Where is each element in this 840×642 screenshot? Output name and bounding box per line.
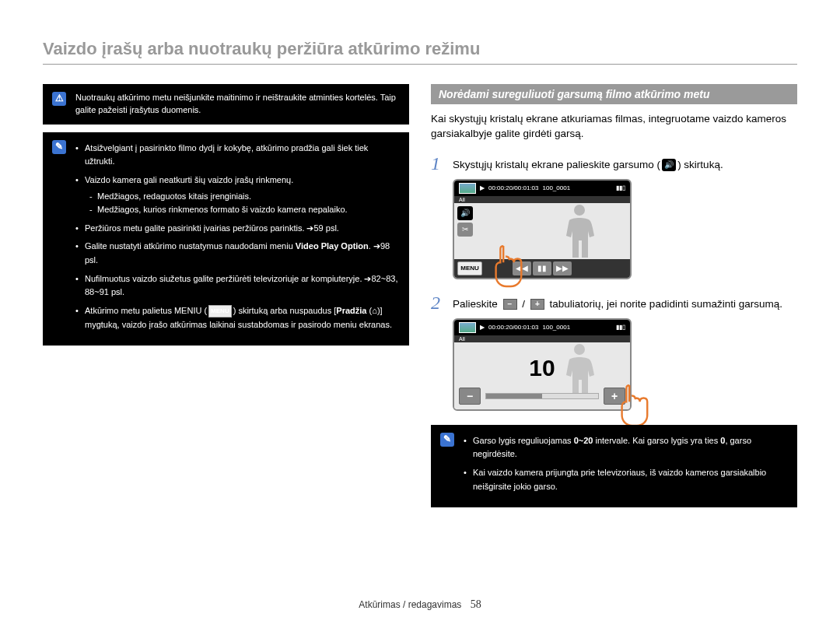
step-1: 1 Skystųjų kristalų ekrane palieskite ga…	[431, 154, 797, 173]
columns: ⚠ Nuotraukų atkūrimo metu neišjunkite ma…	[43, 84, 797, 507]
note-bold: Video Play Option	[296, 241, 369, 251]
section-heading: Norėdami sureguliuoti garsumą filmo atkū…	[431, 84, 797, 104]
note-text: (	[367, 306, 373, 315]
crop-button[interactable]: ✂	[457, 223, 473, 237]
volume-bar[interactable]	[485, 393, 599, 399]
right-column: Norėdami sureguliuoti garsumą filmo atkū…	[431, 84, 797, 507]
note-text: ) skirtuką arba nuspaudus [	[233, 306, 337, 315]
volume-down-button[interactable]: −	[459, 388, 481, 405]
lcd-preview-1: ▶ 00:00:20/00:01:03 100_0001 ▮▮▯ All 🔊 ✂…	[453, 179, 632, 279]
minus-icon: −	[503, 299, 517, 310]
step-text: Skystųjų kristalų ekrane palieskite gars…	[453, 154, 723, 173]
step-2: 2 Palieskite − / + tabuliatorių, jei nor…	[431, 293, 797, 312]
footer: Atkūrimas / redagavimas 58	[0, 598, 840, 611]
page-number: 58	[471, 598, 481, 610]
lcd-play-icon: ▶	[480, 324, 485, 331]
side-buttons: 🔊 ✂	[457, 206, 473, 237]
note-text: Vaizdo kamera gali neatkurti šių vaizdo …	[85, 175, 293, 184]
fastforward-button[interactable]: ▶▶	[553, 261, 572, 275]
note-item: Atsižvelgiant į pasirinkto filmo dydį ir…	[75, 142, 398, 169]
info-icon: ✎	[52, 140, 66, 154]
step-number: 1	[431, 154, 445, 173]
volume-value: 10	[529, 355, 555, 381]
thumbnail-icon	[459, 322, 476, 333]
note-text: intervale. Kai garso lygis yra ties	[593, 436, 720, 445]
notes-box-left: ✎ Atsižvelgiant į pasirinkto filmo dydį …	[43, 132, 409, 346]
speaker-icon: 🔊	[662, 159, 676, 171]
note-text: Galite nustatyti atkūrimo nustatymus nau…	[85, 241, 296, 251]
intro-paragraph: Kai skystųjų kristalų ekrane atkuriamas …	[431, 112, 797, 142]
pointer-hand-icon	[614, 383, 652, 430]
plus-icon: +	[530, 299, 544, 310]
person-silhouette	[560, 203, 599, 258]
note-subitem: Medžiagos, kurios rinkmenos formato ši v…	[89, 203, 398, 217]
thumbnail-icon	[459, 183, 476, 194]
left-column: ⚠ Nuotraukų atkūrimo metu neišjunkite ma…	[43, 84, 409, 507]
lcd-subbar: All	[454, 196, 630, 203]
note-bold: Pradžia	[336, 306, 366, 315]
note-text: Garso lygis reguliuojamas	[473, 436, 574, 445]
step2-b: /	[520, 298, 528, 310]
lcd-topbar: ▶ 00:00:20/00:01:03 100_0001 ▮▮▯	[454, 181, 630, 196]
lcd-bottombar: MENU ◀◀ ▮▮ ▶▶	[454, 259, 630, 278]
lcd-counter: 100_0001	[543, 324, 571, 331]
lcd-time: 00:00:20/00:01:03	[488, 324, 539, 331]
note-item: Vaizdo kamera gali neatkurti šių vaizdo …	[75, 174, 398, 217]
step2-c: tabuliatorių, jei norite padidinti sumaž…	[547, 298, 782, 310]
lcd-play-icon: ▶	[480, 184, 485, 191]
battery-icon: ▮▮▯	[616, 184, 625, 191]
lcd-preview-2: ▶ 00:00:20/00:01:03 100_0001 ▮▮▯ All 10 …	[453, 318, 632, 411]
lcd-topbar: ▶ 00:00:20/00:01:03 100_0001 ▮▮▯	[454, 320, 630, 335]
lcd-counter: 100_0001	[543, 184, 571, 191]
note-item: Galite nustatyti atkūrimo nustatymus nau…	[75, 240, 398, 267]
home-icon: ⌂	[372, 304, 377, 318]
step-number: 2	[431, 293, 445, 312]
note-bold: 0~20	[574, 436, 593, 445]
lcd-body: 🔊 ✂	[454, 203, 630, 259]
lcd-volume-body: 10 − +	[454, 342, 630, 409]
note-item: Atkūrimo metu palietus MENIU (MENU) skir…	[75, 304, 398, 332]
step2-a: Palieskite	[453, 298, 501, 310]
step1-b: ) skirtuką.	[677, 159, 723, 170]
note-item: Peržiūros metu galite pasirinkti įvairia…	[75, 222, 398, 236]
warning-icon: ⚠	[52, 92, 66, 106]
note-item: Garso lygis reguliuojamas 0~20 intervale…	[464, 434, 786, 461]
volume-row: − +	[459, 388, 625, 405]
note-item: Nufilmuotus vaizdo siužetus galite perži…	[75, 272, 398, 300]
footer-section: Atkūrimas / redagavimas	[359, 599, 461, 610]
menu-icon: MENU	[208, 305, 232, 318]
note-item: Kai vaizdo kamera prijungta prie televiz…	[464, 466, 786, 493]
note-text: Atkūrimo metu palietus MENIU (	[85, 306, 207, 315]
menu-button[interactable]: MENU	[457, 261, 482, 275]
page-title: Vaizdo įrašų arba nuotraukų peržiūra atk…	[43, 39, 797, 65]
pointer-hand-icon	[488, 244, 526, 290]
lcd-subbar: All	[454, 335, 630, 342]
note-subitem: Medžiagos, redaguotos kitais įrenginiais…	[89, 190, 398, 204]
notes-box-right: ✎ Garso lygis reguliuojamas 0~20 interva…	[431, 425, 797, 507]
pause-button[interactable]: ▮▮	[533, 261, 551, 275]
warning-text: Nuotraukų atkūrimo metu neišjunkite mait…	[75, 93, 396, 114]
step-text: Palieskite − / + tabuliatorių, jei norit…	[453, 293, 782, 312]
lcd-time: 00:00:20/00:01:03	[488, 184, 539, 191]
info-icon: ✎	[440, 433, 454, 447]
warning-box: ⚠ Nuotraukų atkūrimo metu neišjunkite ma…	[43, 84, 409, 125]
battery-icon: ▮▮▯	[616, 324, 625, 331]
speaker-button[interactable]: 🔊	[457, 206, 473, 220]
step1-a: Skystųjų kristalų ekrane palieskite gars…	[453, 159, 660, 170]
